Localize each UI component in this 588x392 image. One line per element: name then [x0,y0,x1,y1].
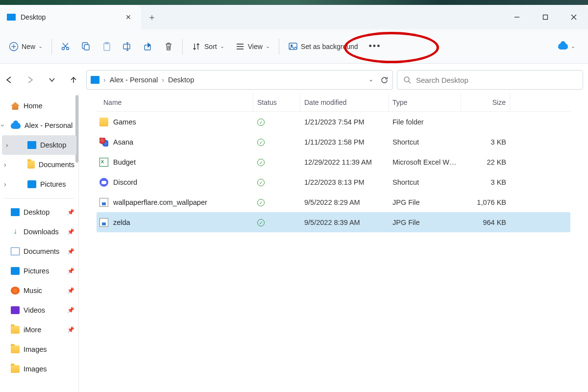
chevron-down-icon: ⌄ [220,43,224,49]
file-name: Asana [113,138,133,146]
desktop-icon [11,208,20,216]
table-row[interactable]: Asana1/11/2023 1:58 PMShortcut3 KB [97,132,570,152]
sync-ok-icon [257,219,265,226]
sidebar-label: Alex - Personal [24,122,73,129]
sidebar-quick-desktop[interactable]: Desktop📌 [0,202,78,222]
address-bar[interactable]: › Alex - Personal › Desktop ⌄ [86,70,393,90]
table-row[interactable]: Budget12/29/2022 11:39 AMMicrosoft Excel… [97,152,570,172]
breadcrumb-segment[interactable]: Desktop [168,76,194,84]
column-size[interactable]: Size [461,93,510,111]
paste-button[interactable] [98,37,116,56]
file-list: Nameˆ Status Date modified Type Size Gam… [79,93,588,392]
onedrive-status[interactable]: ⌄ [550,43,583,49]
sidebar-quick-images[interactable]: Images [0,340,78,359]
more-button[interactable]: ••• [365,37,385,56]
up-button[interactable] [65,71,82,89]
pin-icon: 📌 [67,287,74,294]
set-background-button[interactable]: Set as background [284,37,362,56]
svg-line-27 [409,81,411,83]
maximize-button[interactable] [531,6,560,28]
copy-button[interactable] [77,37,95,56]
svg-rect-11 [84,45,89,50]
main-area: Home Alex - Personal Desktop Documents P… [0,93,588,392]
close-tab-button[interactable]: ✕ [122,10,135,24]
scissors-icon [61,42,71,51]
tab-desktop[interactable]: Desktop ✕ [0,5,141,29]
shortcut-icon [99,138,108,147]
sidebar-item-documents[interactable]: Documents [0,155,78,174]
table-row[interactable]: Games1/21/2023 7:54 PMFile folder [97,112,570,132]
file-date: 1/21/2023 7:54 PM [300,118,389,126]
file-size: 1,076 KB [461,198,510,206]
sync-ok-icon [257,139,265,146]
search-input[interactable] [416,76,577,84]
file-type: Microsoft Excel W… [389,158,461,166]
sidebar-label: Pictures [24,267,49,275]
file-date: 9/5/2022 8:29 AM [300,198,389,206]
sidebar-quick-videos[interactable]: Videos📌 [0,300,78,320]
column-status[interactable]: Status [253,93,300,111]
new-button[interactable]: New ⌄ [5,37,47,56]
svg-point-7 [62,47,65,49]
sidebar-label: Images [24,345,47,353]
column-name[interactable]: Nameˆ [97,93,253,111]
close-button[interactable] [560,6,588,28]
sort-button[interactable]: Sort ⌄ [188,37,228,56]
back-button[interactable] [0,71,18,89]
chevron-right-icon: › [103,76,106,84]
new-tab-button[interactable]: ＋ [141,6,163,28]
column-type[interactable]: Type [389,93,461,111]
trash-icon [164,42,173,51]
cut-button[interactable] [57,37,74,56]
desktop-icon [7,14,16,21]
sidebar-label: Images [24,365,47,373]
share-button[interactable] [139,37,157,56]
table-row[interactable]: Discord1/22/2023 8:13 PMShortcut3 KB [97,172,570,192]
table-row[interactable]: wallpaperflare.com_wallpaper9/5/2022 8:2… [97,192,570,212]
chevron-down-icon[interactable]: ⌄ [368,76,373,84]
table-row[interactable]: zelda9/5/2022 8:39 AMJPG File964 KB [97,212,570,232]
cloud-icon [11,122,21,129]
sync-ok-icon [257,199,265,206]
window-controls [503,6,588,28]
sidebar-label: Documents [24,247,59,255]
divider [4,198,74,198]
file-type: File folder [389,118,461,126]
view-label: View [248,43,263,50]
sidebar-item-desktop[interactable]: Desktop [2,135,76,155]
sidebar-label: iMore [24,326,41,334]
file-size: 3 KB [461,178,510,186]
refresh-button[interactable] [380,76,389,84]
new-label: New [22,43,35,50]
rename-button[interactable] [119,37,136,56]
search-icon [403,76,411,84]
delete-button[interactable] [160,37,177,56]
desktop-icon [91,76,99,84]
sidebar-item-account[interactable]: Alex - Personal [0,116,78,135]
sidebar-quick-documents[interactable]: Documents📌 [0,242,78,261]
svg-point-25 [291,45,292,46]
sidebar-item-pictures[interactable]: Pictures [0,174,78,194]
sidebar-quick-images-2[interactable]: Images [0,359,78,379]
sidebar-quick-pictures[interactable]: Pictures📌 [0,261,78,281]
discord-icon [99,178,108,187]
column-date[interactable]: Date modified [300,93,389,111]
minimize-button[interactable] [503,6,531,28]
pictures-icon [11,267,20,275]
folder-icon [11,365,20,373]
pictures-icon [27,180,36,188]
file-name: Budget [113,158,136,166]
sidebar-quick-imore[interactable]: iMore📌 [0,320,78,340]
recent-button[interactable] [43,71,61,89]
view-button[interactable]: View ⌄ [231,37,274,56]
desktop-icon [27,141,36,149]
sidebar-label: Desktop [24,208,49,216]
sidebar-item-home[interactable]: Home [0,96,78,116]
forward-button[interactable] [22,71,39,89]
search-box[interactable] [397,70,583,90]
toolbar: New ⌄ Sort ⌄ View ⌄ Set as background ••… [0,29,588,64]
video-icon [11,306,20,314]
sidebar-quick-music[interactable]: Music📌 [0,281,78,300]
sidebar-quick-downloads[interactable]: ↓Downloads📌 [0,222,78,242]
breadcrumb-segment[interactable]: Alex - Personal [110,76,158,84]
